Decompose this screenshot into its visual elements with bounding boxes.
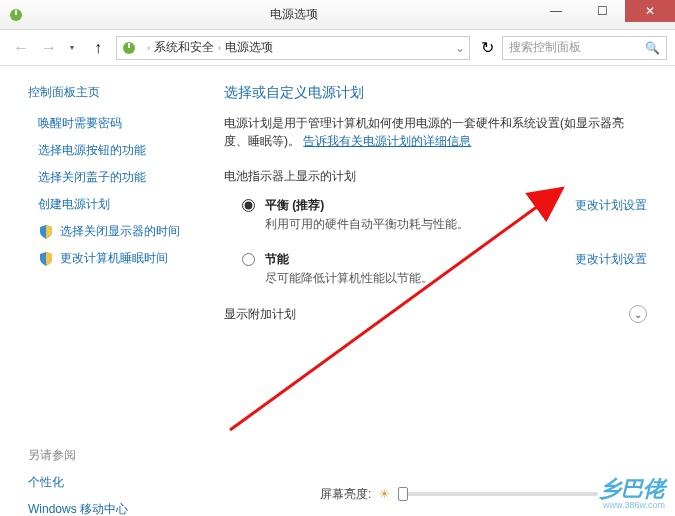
search-placeholder: 搜索控制面板 <box>509 39 581 56</box>
brightness-bar: 屏幕亮度: ☀ <box>200 480 665 508</box>
sidebar-item-sleep-time[interactable]: 更改计算机睡眠时间 <box>38 250 190 267</box>
arrow-up-icon: ↑ <box>94 39 102 57</box>
sidebar: 控制面板主页 唤醒时需要密码 选择电源按钮的功能 选择关闭盖子的功能 创建电源计… <box>0 66 200 516</box>
expand-label: 显示附加计划 <box>224 306 296 323</box>
see-also-personalization[interactable]: 个性化 <box>28 474 190 491</box>
toolbar: ← → ▾ ↑ › 系统和安全 › 电源选项 ⌄ ↻ 搜索控制面板 🔍 <box>0 30 675 66</box>
slider-thumb[interactable] <box>398 487 408 501</box>
minimize-button[interactable]: — <box>533 0 579 22</box>
page-description: 电源计划是用于管理计算机如何使用电源的一套硬件和系统设置(如显示器亮度、睡眠等)… <box>224 114 647 150</box>
plan-name[interactable]: 节能 <box>265 251 563 268</box>
radio-power-saver[interactable] <box>242 253 255 266</box>
search-input[interactable]: 搜索控制面板 🔍 <box>502 36 667 60</box>
history-dropdown-icon[interactable]: ▾ <box>70 43 74 52</box>
content: 选择或自定义电源计划 电源计划是用于管理计算机如何使用电源的一套硬件和系统设置(… <box>200 66 675 516</box>
shield-icon <box>38 224 54 240</box>
brightness-label: 屏幕亮度: <box>320 486 371 503</box>
close-button[interactable]: ✕ <box>625 0 675 22</box>
sidebar-item-lid-close[interactable]: 选择关闭盖子的功能 <box>38 169 190 186</box>
plan-power-saver: 节能 尽可能降低计算机性能以节能。 更改计划设置 <box>224 251 647 287</box>
chevron-down-icon[interactable]: ⌄ <box>629 305 647 323</box>
power-options-icon <box>121 40 137 56</box>
refresh-button[interactable]: ↻ <box>476 37 498 59</box>
brightness-slider[interactable] <box>398 492 598 496</box>
plan-name[interactable]: 平衡 (推荐) <box>265 197 563 214</box>
sidebar-heading[interactable]: 控制面板主页 <box>28 84 190 101</box>
plan-balanced: 平衡 (推荐) 利用可用的硬件自动平衡功耗与性能。 更改计划设置 <box>224 197 647 233</box>
window-buttons: — ☐ ✕ <box>533 0 675 22</box>
forward-button[interactable]: → <box>36 35 62 61</box>
back-button[interactable]: ← <box>8 35 34 61</box>
arrow-right-icon: → <box>41 39 57 57</box>
refresh-icon: ↻ <box>481 38 494 57</box>
sidebar-item-wake-password[interactable]: 唤醒时需要密码 <box>38 115 190 132</box>
plan-desc: 利用可用的硬件自动平衡功耗与性能。 <box>265 216 563 233</box>
change-plan-settings-link[interactable]: 更改计划设置 <box>575 197 647 214</box>
chevron-down-icon[interactable]: ⌄ <box>455 41 465 55</box>
sidebar-item-create-plan[interactable]: 创建电源计划 <box>38 196 190 213</box>
breadcrumb-item[interactable]: 系统和安全 <box>154 39 214 56</box>
plan-desc: 尽可能降低计算机性能以节能。 <box>265 270 563 287</box>
titlebar: 电源选项 — ☐ ✕ <box>0 0 675 30</box>
learn-more-link[interactable]: 告诉我有关电源计划的详细信息 <box>303 134 471 148</box>
sidebar-item-power-button[interactable]: 选择电源按钮的功能 <box>38 142 190 159</box>
maximize-button[interactable]: ☐ <box>579 0 625 22</box>
see-also-heading: 另请参阅 <box>28 447 190 464</box>
show-additional-plans[interactable]: 显示附加计划 ⌄ <box>224 305 647 323</box>
breadcrumb-item[interactable]: 电源选项 <box>225 39 273 56</box>
breadcrumb-sep-icon: › <box>147 43 150 53</box>
arrow-left-icon: ← <box>13 39 29 57</box>
breadcrumb-sep-icon: › <box>218 43 221 53</box>
search-icon: 🔍 <box>645 41 660 55</box>
change-plan-settings-link[interactable]: 更改计划设置 <box>575 251 647 268</box>
sun-dim-icon: ☀ <box>379 487 390 501</box>
breadcrumb[interactable]: › 系统和安全 › 电源选项 ⌄ <box>116 36 470 60</box>
page-title: 选择或自定义电源计划 <box>224 84 647 102</box>
radio-balanced[interactable] <box>242 199 255 212</box>
section-heading-battery-plans: 电池指示器上显示的计划 <box>224 168 647 185</box>
sidebar-item-display-off[interactable]: 选择关闭显示器的时间 <box>38 223 190 240</box>
shield-icon <box>38 251 54 267</box>
svg-rect-3 <box>128 43 130 48</box>
up-button[interactable]: ↑ <box>86 36 110 60</box>
see-also-mobility-center[interactable]: Windows 移动中心 <box>28 501 190 516</box>
